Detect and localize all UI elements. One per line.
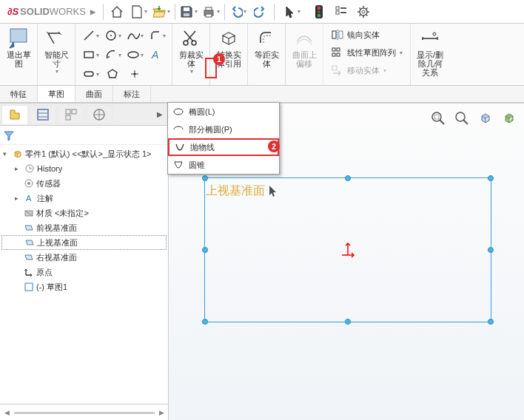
callout-badge-2: 2 [268, 140, 280, 152]
side-panel-expand[interactable]: ▶ [153, 105, 167, 124]
tab-annotate[interactable]: 标注 [113, 86, 151, 102]
menu-ellipse[interactable]: 椭圆(L) [168, 103, 279, 121]
ellipse-dropdown-menu: 椭圆(L) 部分椭圆(P) 抛物线 圆锥 [167, 102, 280, 175]
save-button[interactable]: ▾ [178, 2, 199, 21]
tab-surface[interactable]: 曲面 [75, 86, 113, 102]
zoom-area-button[interactable] [451, 108, 472, 129]
menu-partial-ellipse[interactable]: 部分椭圆(P) [168, 121, 279, 138]
plane-icon [24, 223, 34, 233]
handle-tc[interactable] [345, 175, 351, 181]
menu-partial-ellipse-label: 部分椭圆(P) [189, 124, 232, 135]
circle-tool[interactable]: ▾ [102, 27, 123, 44]
tree-annotations[interactable]: ▸A注解 [1, 191, 167, 206]
exit-sketch-button[interactable]: 退出草 图 [3, 25, 34, 70]
settings-button[interactable] [353, 2, 374, 21]
pattern-icon [331, 47, 344, 58]
svg-rect-0 [184, 7, 189, 11]
polygon-tool[interactable] [102, 65, 123, 83]
menu-ellipse-label: 椭圆(L) [189, 106, 215, 118]
save-icon [179, 4, 194, 19]
mirror-entities-button[interactable]: 镜向实体 [328, 27, 406, 43]
text-tool[interactable]: A [147, 46, 167, 64]
tree-sketch1[interactable]: (-) 草图1 [1, 280, 167, 294]
menu-cone[interactable]: 圆锥 [168, 156, 279, 174]
smart-dimension-button[interactable]: 智能尺 寸 ▾ [41, 25, 72, 76]
tree-origin[interactable]: 原点 [1, 265, 167, 280]
options-button[interactable] [331, 2, 352, 21]
tree-sensors[interactable]: 传感器 [1, 176, 167, 191]
separator [224, 4, 225, 20]
fillet-tool[interactable]: ▾ [147, 27, 167, 44]
handle-tr[interactable] [488, 175, 494, 181]
filter-icon[interactable] [3, 129, 15, 141]
tree-top-plane[interactable]: 上视基准面 [1, 235, 167, 250]
tree-root[interactable]: ▾零件1 (默认) <<默认>_显示状态 1> [1, 146, 167, 161]
handle-bc[interactable] [345, 319, 351, 325]
new-button[interactable]: ▾ [129, 2, 150, 21]
display-style-button[interactable] [499, 108, 520, 129]
ellipse-tool[interactable]: ▾ [124, 46, 145, 64]
linear-pattern-button[interactable]: 线性草图阵列▾ [328, 44, 406, 61]
point-tool[interactable] [124, 65, 145, 83]
svg-point-43 [433, 33, 436, 35]
select-button[interactable]: ▾ [278, 2, 307, 21]
tree-root-label: 零件1 (默认) <<默认>_显示状态 1> [25, 149, 152, 160]
handle-bl[interactable] [202, 319, 208, 325]
annotation-icon: A [24, 193, 35, 203]
brand-text2: WORKS [50, 6, 86, 17]
offset-label: 等距实 体 [255, 50, 279, 68]
tab-features[interactable]: 特征 [0, 86, 38, 102]
tree-sketch1-label: (-) 草图1 [36, 282, 67, 293]
tree-collapse-left[interactable]: ◀ [4, 409, 10, 416]
tree-collapse-right[interactable]: ▶ [159, 409, 164, 416]
display-relations-button[interactable]: 显示/删 除几何 关系 [414, 25, 446, 78]
trim-button[interactable]: 剪裁实 体▾ [175, 25, 206, 76]
app-menu-arrow-icon[interactable]: ▶ [90, 8, 95, 16]
zoom-fit-button[interactable] [428, 108, 449, 129]
svg-rect-4 [206, 14, 212, 17]
handle-ml[interactable] [202, 247, 208, 253]
offset-entities-button[interactable]: 等距实 体 [251, 25, 282, 70]
handle-mr[interactable] [488, 247, 494, 253]
home-button[interactable] [107, 2, 127, 21]
configuration-manager-tab[interactable] [58, 105, 84, 124]
traffic-light-icon [314, 4, 324, 19]
scissors-icon [181, 28, 201, 49]
exit-sketch-label: 退出草 图 [7, 50, 31, 68]
svg-point-14 [362, 10, 365, 13]
handle-tl[interactable] [202, 175, 208, 181]
rectangle-tool[interactable]: ▾ [80, 46, 101, 64]
dimension-icon [45, 27, 67, 50]
spline-tool[interactable]: ▾ [124, 27, 145, 44]
handle-br[interactable] [488, 319, 494, 325]
tree-material[interactable]: 材质 <未指定> [1, 206, 167, 220]
cube-convert-icon [218, 28, 239, 49]
menu-parabola[interactable]: 抛物线 [168, 138, 279, 156]
move-entities-button: 移动实体▾ [328, 62, 406, 78]
dimxpert-icon [92, 107, 107, 122]
dimxpert-manager-tab[interactable] [86, 105, 112, 124]
tab-sketch[interactable]: 草图 [38, 86, 75, 102]
view-orientation-button[interactable] [475, 108, 496, 129]
gear-icon [356, 4, 371, 19]
redo-button[interactable] [250, 2, 271, 21]
arc-tool[interactable]: ▾ [102, 46, 123, 64]
smart-dimension-label: 智能尺 寸 [44, 50, 69, 68]
property-manager-tab[interactable] [30, 105, 56, 124]
svg-rect-51 [66, 115, 70, 120]
rebuild-button[interactable] [309, 2, 329, 21]
feature-manager-tab[interactable] [1, 105, 28, 124]
sketch-boundary [204, 177, 491, 322]
tree-front-plane[interactable]: 前视基准面 [1, 220, 167, 235]
svg-rect-39 [332, 66, 337, 70]
undo-button[interactable]: ▾ [228, 2, 249, 21]
tree-history[interactable]: ▸History [1, 161, 167, 176]
plane-icon [24, 252, 34, 262]
slot-tool[interactable]: ▾ [80, 65, 101, 83]
svg-line-63 [440, 120, 444, 124]
tree-material-label: 材质 <未指定> [36, 208, 89, 219]
line-tool[interactable]: ▾ [80, 27, 101, 44]
tree-right-plane[interactable]: 右视基准面 [1, 250, 167, 265]
open-button[interactable]: ▾ [151, 2, 172, 21]
print-button[interactable]: ▾ [201, 2, 221, 21]
